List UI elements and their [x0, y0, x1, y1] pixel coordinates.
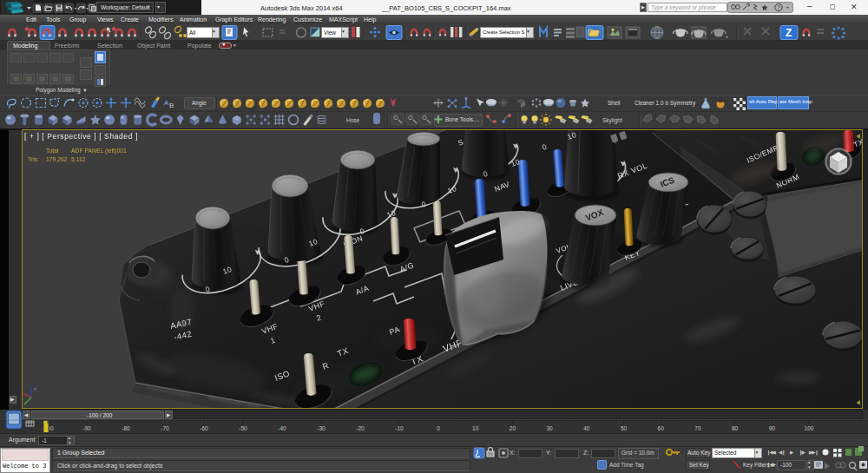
svg-text:Z: Z [786, 27, 792, 39]
svg-text:B: B [169, 102, 174, 109]
svg-text:179,262: 179,262 [46, 156, 68, 162]
svg-text:?: ? [777, 3, 780, 11]
svg-text:[ + ] [ Perspective ] [ Shaded: [ + ] [ Perspective ] [ Shaded ] [24, 132, 138, 141]
svg-text:Tris:: Tris: [28, 156, 39, 162]
svg-text:5,112: 5,112 [71, 156, 86, 162]
svg-text:ADF PANEL (left)001: ADF PANEL (left)001 [71, 148, 127, 154]
svg-text:Total: Total [46, 148, 59, 154]
svg-text:z: z [34, 386, 36, 391]
